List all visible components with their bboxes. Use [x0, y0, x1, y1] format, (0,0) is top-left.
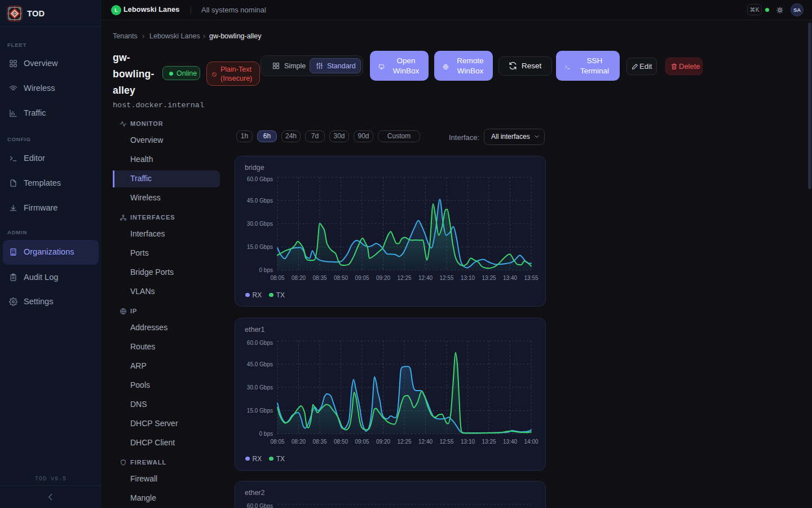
svg-text:0 bps: 0 bps	[259, 267, 273, 273]
svg-text:30.0 Gbps: 30.0 Gbps	[247, 221, 273, 227]
svg-text:08:35: 08:35	[312, 275, 326, 281]
svg-text:09:20: 09:20	[376, 275, 390, 281]
svg-text:08:50: 08:50	[334, 439, 348, 445]
svg-text:12:40: 12:40	[418, 275, 433, 281]
svg-text:08:50: 08:50	[334, 275, 348, 281]
svg-text:13:10: 13:10	[461, 439, 475, 445]
svg-text:45.0 Gbps: 45.0 Gbps	[247, 361, 273, 367]
svg-text:08:05: 08:05	[270, 439, 284, 445]
svg-text:30.0 Gbps: 30.0 Gbps	[247, 384, 273, 391]
svg-text:13:40: 13:40	[503, 275, 517, 281]
svg-text:09:20: 09:20	[376, 439, 390, 445]
svg-text:0 bps: 0 bps	[259, 431, 273, 437]
svg-text:60.0 Gbps: 60.0 Gbps	[247, 340, 273, 346]
svg-text:13:25: 13:25	[482, 275, 496, 281]
svg-text:12:55: 12:55	[439, 439, 453, 445]
svg-text:09:05: 09:05	[355, 439, 369, 445]
svg-text:12:55: 12:55	[439, 275, 453, 281]
svg-text:08:20: 08:20	[292, 439, 306, 445]
svg-text:60.0 Gbps: 60.0 Gbps	[247, 503, 273, 508]
svg-text:13:55: 13:55	[524, 275, 538, 281]
svg-text:08:20: 08:20	[292, 275, 306, 281]
svg-text:12:25: 12:25	[397, 439, 411, 445]
svg-text:13:25: 13:25	[482, 439, 496, 445]
svg-text:15.0 Gbps: 15.0 Gbps	[247, 408, 273, 414]
svg-text:12:40: 12:40	[418, 439, 433, 445]
svg-text:12:25: 12:25	[397, 275, 411, 281]
svg-text:15.0 Gbps: 15.0 Gbps	[247, 244, 273, 250]
svg-text:13:40: 13:40	[503, 439, 517, 445]
svg-text:13:10: 13:10	[461, 275, 475, 281]
svg-text:09:05: 09:05	[355, 275, 369, 281]
svg-text:60.0 Gbps: 60.0 Gbps	[247, 176, 273, 182]
svg-text:08:05: 08:05	[270, 275, 284, 281]
svg-text:45.0 Gbps: 45.0 Gbps	[247, 198, 273, 204]
svg-text:08:35: 08:35	[312, 439, 326, 445]
svg-text:14:00: 14:00	[524, 439, 538, 445]
